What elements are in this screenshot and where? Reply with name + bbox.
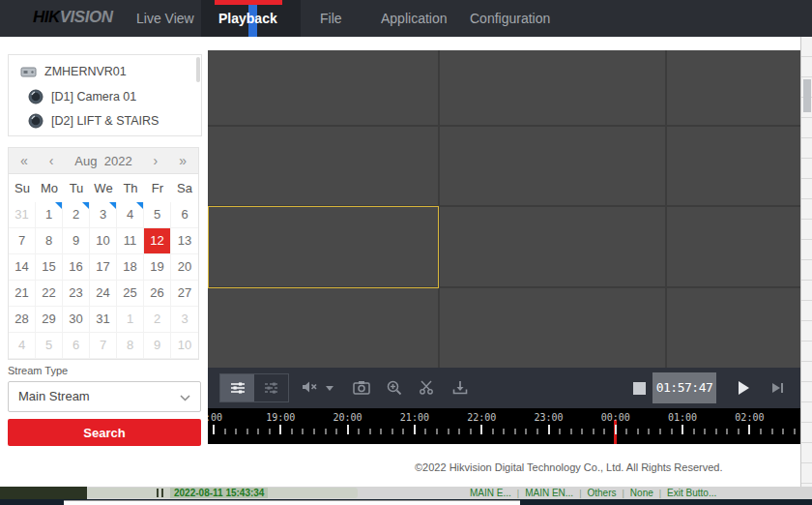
calendar-day[interactable]: 2 <box>63 202 90 228</box>
calendar-day[interactable]: 5 <box>36 333 63 359</box>
nav-item-configuration[interactable]: Configuration <box>470 0 550 37</box>
calendar-day[interactable]: 14 <box>9 254 36 281</box>
prev-month-icon[interactable]: ‹ <box>49 148 54 174</box>
calendar-day[interactable]: 6 <box>171 202 198 228</box>
background-status-item: MAIN E... <box>464 488 517 498</box>
calendar-day[interactable]: 2 <box>144 307 171 333</box>
calendar-day[interactable]: 22 <box>36 281 63 307</box>
timeline-major-tick <box>748 425 750 434</box>
sliders-filter-icon[interactable] <box>220 374 254 401</box>
calendar-month-year: Aug 2022 <box>74 154 131 168</box>
timeline-hour-label: :00 <box>208 412 222 423</box>
calendar-day[interactable]: 26 <box>144 281 171 307</box>
timeline-major-tick <box>279 425 281 434</box>
calendar-day[interactable]: 30 <box>63 307 90 333</box>
timeline-hour-label: 23:00 <box>534 412 563 423</box>
play-icon[interactable] <box>739 381 749 395</box>
calendar-day[interactable]: 1 <box>117 307 144 333</box>
speaker-muted-icon[interactable] <box>302 380 318 394</box>
calendar-day[interactable]: 20 <box>171 254 198 281</box>
timeline-minor-tick <box>536 429 538 434</box>
calendar-day[interactable]: 5 <box>144 202 171 228</box>
calendar-day[interactable]: 31 <box>9 202 36 228</box>
timeline-minor-tick <box>269 429 271 434</box>
clip-scissors-icon[interactable] <box>419 380 434 395</box>
record-marker-icon <box>136 202 143 209</box>
calendar-day[interactable]: 31 <box>90 307 117 333</box>
calendar-day[interactable]: 15 <box>36 254 63 281</box>
timeline-minor-tick <box>246 429 248 434</box>
stream-type-select[interactable]: Main Stream <box>8 381 201 412</box>
nav-item-file[interactable]: File <box>320 0 342 37</box>
download-icon[interactable] <box>452 380 468 395</box>
calendar-day[interactable]: 24 <box>90 281 117 307</box>
device-panel-scrollbar[interactable] <box>196 57 200 82</box>
calendar-day[interactable]: 17 <box>90 254 117 281</box>
playback-timeline[interactable]: :0019:0020:0021:0022:0023:0000:0001:0002… <box>208 408 800 444</box>
camera-label: [D1] Camera 01 <box>51 90 136 104</box>
slider-handle-icon <box>161 489 163 497</box>
background-window-edge <box>64 500 520 505</box>
calendar-day[interactable]: 9 <box>63 228 90 254</box>
calendar-day[interactable]: 29 <box>36 307 63 333</box>
selected-video-cell[interactable] <box>208 206 439 288</box>
calendar-day[interactable]: 13 <box>171 228 198 254</box>
scrollbar-thumb[interactable] <box>803 79 811 112</box>
calendar-day[interactable]: 27 <box>171 281 198 307</box>
timeline-minor-tick <box>659 429 661 434</box>
background-window-strip: 2022-08-11 15:43:34 MAIN E...|MAIN EN...… <box>0 487 812 499</box>
timeline-hour-label: 01:00 <box>668 412 697 423</box>
snapshot-camera-icon[interactable] <box>353 380 370 395</box>
weekday-header: Mo <box>36 174 63 202</box>
calendar-day[interactable]: 11 <box>117 228 144 254</box>
device-tree-camera-1[interactable]: [D1] Camera 01 <box>28 88 136 105</box>
calendar-day[interactable]: 3 <box>90 202 117 228</box>
device-tree-nvr[interactable]: ZMHERNVR01 <box>20 63 127 80</box>
calendar-day[interactable]: 9 <box>144 333 171 359</box>
weekday-header: Tu <box>63 174 90 202</box>
timeline-minor-tick <box>392 429 393 434</box>
digital-zoom-icon[interactable] <box>387 380 402 396</box>
calendar-day[interactable]: 1 <box>36 202 63 228</box>
timeline-minor-tick <box>380 429 382 434</box>
stop-icon[interactable] <box>633 382 646 395</box>
calendar-day[interactable]: 3 <box>171 307 198 333</box>
calendar-day[interactable]: 6 <box>63 333 90 359</box>
calendar-day[interactable]: 19 <box>144 254 171 281</box>
calendar-day[interactable]: 21 <box>9 281 36 307</box>
timeline-major-tick <box>213 425 215 434</box>
sliders-filter-alt-icon[interactable] <box>254 374 288 401</box>
calendar-day[interactable]: 28 <box>9 307 36 333</box>
device-tree-camera-2[interactable]: [D2] LIFT & STAIRS <box>28 112 159 130</box>
next-year-icon[interactable]: » <box>179 148 187 174</box>
search-button[interactable]: Search <box>8 419 201 446</box>
calendar-day[interactable]: 16 <box>63 254 90 281</box>
nav-item-playback[interactable]: Playback <box>218 0 277 37</box>
timeline-minor-tick <box>470 429 472 434</box>
calendar-day[interactable]: 8 <box>36 228 63 254</box>
calendar-day[interactable]: 7 <box>90 333 117 359</box>
stream-type-value: Main Stream <box>18 389 90 403</box>
timeline-minor-tick <box>593 429 594 434</box>
volume-caret-icon[interactable] <box>326 386 334 391</box>
calendar-day[interactable]: 4 <box>117 202 144 228</box>
playback-calendar: « ‹ Aug 2022 › » SuMoTuWeThFrSa 31123456… <box>8 147 199 360</box>
calendar-day[interactable]: 8 <box>117 333 144 359</box>
calendar-day[interactable]: 10 <box>90 228 117 254</box>
calendar-day[interactable]: 7 <box>9 228 36 254</box>
prev-year-icon[interactable]: « <box>20 148 28 174</box>
calendar-day-selected[interactable]: 12 <box>144 228 171 254</box>
calendar-day[interactable]: 23 <box>63 281 90 307</box>
nav-item-live-view[interactable]: Live View <box>136 0 194 37</box>
calendar-day[interactable]: 18 <box>117 254 144 281</box>
calendar-day[interactable]: 25 <box>117 281 144 307</box>
video-playback-grid[interactable] <box>208 50 800 368</box>
timeline-minor-tick <box>458 429 460 434</box>
nav-item-application[interactable]: Application <box>381 0 448 37</box>
timeline-minor-tick <box>671 429 673 434</box>
calendar-day[interactable]: 4 <box>9 333 36 359</box>
hikvision-playback-page: HIKVISION Live ViewPlaybackFileApplicati… <box>0 0 812 505</box>
next-month-icon[interactable]: › <box>154 148 159 174</box>
calendar-day[interactable]: 10 <box>171 333 198 359</box>
timeline-minor-tick <box>794 429 796 434</box>
